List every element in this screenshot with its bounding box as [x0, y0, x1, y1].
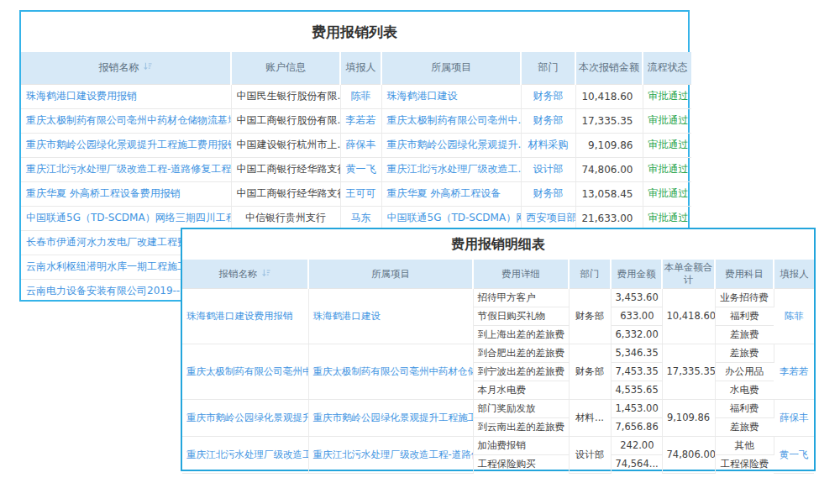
department-link[interactable]: 设计部	[521, 157, 575, 181]
detail-table-title: 费用报销明细表	[182, 229, 814, 260]
list-column-header-5: 部门	[521, 52, 575, 84]
expense-name-link[interactable]: 中国联通5G（TD-SCDMA）网络三期四川工程费...	[21, 206, 231, 230]
expense-detail-panel: 费用报销明细表 报销名称所属项目费用详细部门费用金额本单金额合计费用科目填报人 …	[181, 228, 816, 471]
department-link[interactable]: 西安项目部	[521, 206, 575, 230]
expense-detail: 工程保险购买	[473, 454, 569, 473]
project-link[interactable]: 重庆太极制药有限公司亳州中药材仓储物流	[308, 344, 473, 399]
expense-category: 其他	[715, 436, 774, 454]
detail-column-header-4: 部门	[569, 260, 611, 288]
expense-category: 差旅费	[715, 417, 774, 436]
reporter-link[interactable]: 李若若	[340, 108, 381, 133]
expense-name-link[interactable]: 重庆市鹅岭公园绿化景观提升工程施工费用报销	[21, 133, 231, 157]
project-link[interactable]: 重庆华夏 外高桥工程设备	[381, 181, 521, 206]
list-column-header-4: 所属项目	[381, 52, 521, 84]
column-label: 所属项目	[371, 268, 410, 280]
expense-detail-table: 报销名称所属项目费用详细部门费用金额本单金额合计费用科目填报人 珠海鹤港口建设费…	[182, 260, 814, 474]
project-link[interactable]: 重庆江北污水处理厂级改造工...	[381, 157, 521, 181]
reporter-link[interactable]: 李若若	[774, 344, 814, 399]
project-link[interactable]: 珠海鹤港口建设	[308, 288, 473, 344]
reporter-link[interactable]: 陈菲	[340, 84, 381, 108]
list-row: 珠海鹤港口建设费用报销中国民生银行股份有限...陈菲珠海鹤港口建设财务部10,4…	[21, 84, 691, 108]
total-amount: 9,109.86	[662, 399, 715, 436]
column-label: 本单金额合计	[664, 261, 713, 285]
expense-detail: 到云南出差的差旅费	[473, 417, 569, 436]
amount-value: 74,564...	[611, 454, 662, 473]
expense-category: 福利费	[715, 399, 774, 417]
amount-value: 21,633.00	[575, 206, 643, 230]
project-link[interactable]: 中国联通5G（TD-SCDMA）网...	[381, 206, 521, 230]
project-link[interactable]: 重庆江北污水处理厂级改造工程-道路修复工	[308, 436, 473, 473]
list-row: 重庆华夏 外高桥工程设备费用报销中国工商银行经华路支行王可可重庆华夏 外高桥工程…	[21, 181, 691, 206]
amount-value: 3,453.60	[611, 288, 662, 307]
sort-icon[interactable]	[143, 61, 153, 71]
reporter-link[interactable]: 王可可	[340, 181, 381, 206]
reporter-link[interactable]: 黄一飞	[340, 157, 381, 181]
amount-value: 5,346.35	[611, 344, 662, 362]
expense-detail: 招待甲方客户	[473, 288, 569, 307]
reporter-link[interactable]: 陈菲	[774, 288, 814, 344]
account-info: 中信银行贵州支行	[231, 206, 340, 230]
list-row: 重庆太极制药有限公司亳州中药材仓储物流基地项...中国工商银行股份有限...李若…	[21, 108, 691, 133]
expense-detail: 加油费报销	[473, 436, 569, 454]
column-label: 报销名称	[219, 268, 258, 280]
department: 材料...	[569, 399, 611, 436]
column-label: 流程状态	[648, 61, 688, 73]
department-link[interactable]: 材料采购	[521, 133, 575, 157]
amount-value: 242.00	[611, 436, 662, 454]
detail-column-header-2: 所属项目	[308, 260, 473, 288]
project-link[interactable]: 重庆市鹅岭公园绿化景观提升...	[381, 133, 521, 157]
expense-category: 差旅费	[715, 344, 774, 362]
amount-value: 4,535.65	[611, 381, 662, 399]
total-amount: 74,806.00	[662, 436, 715, 473]
project-link[interactable]: 珠海鹤港口建设	[381, 84, 521, 108]
expense-name-link[interactable]: 重庆江北污水处理厂级改造工程-道路修复工程费用...	[21, 157, 231, 181]
column-label: 填报人	[780, 268, 809, 280]
list-row: 重庆市鹅岭公园绿化景观提升工程施工费用报销中国建设银行杭州市上...薛保丰重庆市…	[21, 133, 691, 157]
list-row: 中国联通5G（TD-SCDMA）网络三期四川工程费...中信银行贵州支行马东中国…	[21, 206, 691, 230]
department-link[interactable]: 财务部	[521, 181, 575, 206]
total-amount: 17,335.35	[662, 344, 715, 399]
list-column-header-1[interactable]: 报销名称	[21, 52, 231, 84]
column-label: 所属项目	[431, 61, 471, 73]
expense-detail: 到上海出差的差旅费	[473, 325, 569, 344]
expense-name-link[interactable]: 重庆江北污水处理厂级改造工程-	[182, 436, 308, 473]
expense-name-link[interactable]: 重庆市鹅岭公园绿化景观提升工程	[182, 399, 308, 436]
expense-name-link[interactable]: 珠海鹤港口建设费用报销	[21, 84, 231, 108]
expense-name-link[interactable]: 珠海鹤港口建设费用报销	[182, 288, 308, 344]
detail-table-body: 珠海鹤港口建设费用报销珠海鹤港口建设招待甲方客户财务部3,453.6010,41…	[182, 288, 814, 473]
account-info: 中国建设银行杭州市上...	[231, 133, 340, 157]
expense-category: 业务招待费	[715, 288, 774, 307]
amount-value: 9,109.86	[575, 133, 643, 157]
department-link[interactable]: 财务部	[521, 84, 575, 108]
reporter-link[interactable]: 薛保丰	[340, 133, 381, 157]
amount-value: 10,418.60	[575, 84, 643, 108]
status-text: 审批通过	[643, 206, 691, 230]
amount-value: 7,453.35	[611, 362, 662, 381]
reporter-link[interactable]: 黄一飞	[774, 436, 814, 473]
department-link[interactable]: 财务部	[521, 108, 575, 133]
status-text: 审批通过	[643, 108, 691, 133]
reporter-link[interactable]: 薛保丰	[774, 399, 814, 436]
project-link[interactable]: 重庆市鹅岭公园绿化景观提升工程施工	[308, 399, 473, 436]
detail-column-header-7: 费用科目	[715, 260, 774, 288]
expense-detail: 本月水电费	[473, 381, 569, 399]
detail-row: 珠海鹤港口建设费用报销珠海鹤港口建设招待甲方客户财务部3,453.6010,41…	[182, 288, 814, 307]
expense-name-link[interactable]: 重庆华夏 外高桥工程设备费用报销	[21, 181, 231, 206]
expense-name-link[interactable]: 重庆太极制药有限公司亳州中药材仓储物流基地项...	[21, 108, 231, 133]
sort-icon[interactable]	[261, 268, 271, 278]
expense-name-link[interactable]: 重庆太极制药有限公司亳州中药材	[182, 344, 308, 399]
expense-category: 福利费	[715, 307, 774, 325]
column-label: 费用科目	[725, 268, 764, 280]
account-info: 中国民生银行股份有限...	[231, 84, 340, 108]
detail-row: 重庆江北污水处理厂级改造工程-重庆江北污水处理厂级改造工程-道路修复工加油费报销…	[182, 436, 814, 454]
project-link[interactable]: 重庆太极制药有限公司亳州中...	[381, 108, 521, 133]
reporter-link[interactable]: 马东	[340, 206, 381, 230]
detail-column-header-3: 费用详细	[473, 260, 569, 288]
column-label: 账户信息	[265, 61, 306, 73]
detail-column-header-1[interactable]: 报销名称	[182, 260, 308, 288]
list-column-header-7: 流程状态	[643, 52, 691, 84]
list-column-header-2: 账户信息	[231, 52, 340, 84]
column-label: 报销名称	[99, 61, 139, 73]
status-text: 审批通过	[643, 157, 691, 181]
list-header-row: 报销名称账户信息填报人所属项目部门本次报销金额流程状态	[21, 52, 691, 84]
